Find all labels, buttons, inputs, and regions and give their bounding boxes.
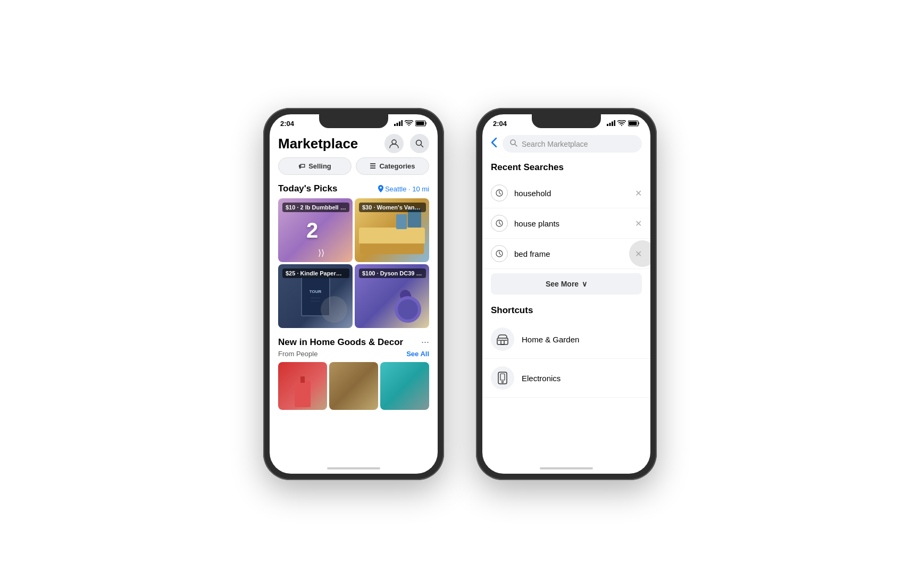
marketplace-tabs: 🏷 Selling ☰ Categories: [270, 157, 438, 181]
phone-marketplace: 2:04: [263, 108, 444, 480]
product-grid: 2 ⟩⟩ $10 · 2 lb Dumbbell W... $30 · Wome…: [270, 198, 438, 328]
notch-2: [532, 114, 601, 128]
recent-text-0: household: [514, 189, 629, 198]
product-label-2: $25 · Kindle Paperwhi...: [282, 268, 349, 278]
clock-icon-0: [491, 184, 508, 201]
screen-1: Marketplace: [270, 130, 438, 470]
notch: [319, 114, 388, 128]
marketplace-title: Marketplace: [278, 136, 358, 152]
time-2: 2:04: [493, 120, 507, 128]
chevron-down-icon: ∨: [582, 280, 587, 288]
svg-rect-20: [497, 338, 508, 345]
product-card-0[interactable]: 2 ⟩⟩ $10 · 2 lb Dumbbell W...: [278, 198, 353, 262]
shortcuts-title: Shortcuts: [482, 299, 650, 320]
product-card-1[interactable]: $30 · Women's Vans S...: [355, 198, 429, 262]
hg-card-2[interactable]: [380, 362, 429, 410]
product-card-3[interactable]: $100 · Dyson DC39 Ca...: [355, 264, 429, 328]
battery-icon: [415, 120, 427, 128]
svg-point-6: [392, 140, 396, 144]
recent-item-1[interactable]: house plants ✕: [482, 208, 650, 239]
svg-point-23: [502, 381, 504, 383]
svg-rect-14: [629, 121, 637, 125]
svg-rect-9: [607, 124, 608, 126]
recent-item-0[interactable]: household ✕: [482, 178, 650, 208]
clock-icon-2: [491, 245, 508, 262]
home-goods-title: New in Home Goods & Decor: [278, 337, 403, 348]
signal-icon: [394, 120, 403, 127]
time-1: 2:04: [280, 120, 294, 128]
recent-searches-title: Recent Searches: [482, 158, 650, 178]
recent-text-2: bed frame: [514, 249, 629, 258]
shortcut-home-garden[interactable]: Home & Garden: [482, 320, 650, 359]
product-label-0: $10 · 2 lb Dumbbell W...: [282, 203, 349, 212]
see-more-button[interactable]: See More ∨: [491, 273, 642, 295]
todays-picks-header: Today's Picks Seattle · 10 mi: [270, 181, 438, 198]
marketplace-header: Marketplace: [270, 130, 438, 157]
svg-rect-21: [501, 340, 504, 345]
svg-rect-1: [397, 123, 398, 126]
home-indicator-2: [540, 467, 593, 469]
product-label-3: $100 · Dyson DC39 Ca...: [359, 268, 426, 278]
back-button[interactable]: [491, 137, 497, 150]
svg-rect-2: [399, 122, 400, 127]
wifi-icon: [405, 120, 413, 128]
status-icons-2: [607, 120, 640, 128]
see-all-link[interactable]: See All: [406, 350, 429, 358]
search-icon-inner: [510, 139, 517, 148]
home-goods-header: New in Home Goods & Decor ···: [270, 328, 438, 350]
shortcut-label-1: Electronics: [522, 374, 561, 383]
svg-rect-24: [500, 374, 505, 380]
location-label: Seattle · 10 mi: [378, 185, 429, 193]
from-people-label: From People: [278, 350, 317, 358]
close-icon-2[interactable]: ✕: [635, 249, 642, 259]
svg-line-8: [421, 145, 423, 147]
svg-rect-11: [612, 122, 613, 127]
home-goods-row: [270, 362, 438, 410]
profile-button[interactable]: [384, 134, 404, 153]
categories-icon: ☰: [370, 162, 376, 170]
search-input-bar[interactable]: Search Marketplace: [503, 135, 642, 153]
tab-categories-label: Categories: [379, 162, 415, 170]
svg-rect-3: [402, 120, 403, 126]
home-indicator-1: [327, 467, 380, 469]
search-placeholder: Search Marketplace: [522, 140, 588, 148]
from-people-row: From People See All: [270, 350, 438, 362]
shortcut-label-0: Home & Garden: [522, 335, 579, 344]
hg-card-1[interactable]: [329, 362, 378, 410]
close-icon-1[interactable]: ✕: [635, 219, 642, 229]
close-icon-0[interactable]: ✕: [635, 188, 642, 198]
status-icons-1: [394, 120, 427, 128]
signal-icon-2: [607, 120, 615, 127]
search-header: Search Marketplace: [482, 130, 650, 158]
more-options-icon[interactable]: ···: [421, 337, 429, 348]
home-garden-icon-box: [491, 327, 514, 351]
tab-selling[interactable]: 🏷 Selling: [278, 157, 352, 175]
svg-rect-0: [394, 124, 396, 126]
svg-line-16: [515, 144, 517, 146]
electronics-icon-box: [491, 366, 514, 390]
battery-icon-2: [628, 120, 640, 128]
shortcut-electronics[interactable]: Electronics: [482, 359, 650, 398]
svg-rect-5: [416, 121, 424, 125]
product-label-1: $30 · Women's Vans S...: [359, 203, 426, 212]
clock-icon-1: [491, 215, 508, 232]
hg-card-0[interactable]: [278, 362, 327, 410]
product-card-2[interactable]: TOUR ············ ············ $25 · Kin…: [278, 264, 353, 328]
tab-categories[interactable]: ☰ Categories: [356, 157, 429, 175]
wifi-icon-2: [617, 120, 626, 128]
selling-icon: 🏷: [298, 162, 305, 170]
section-title-picks: Today's Picks: [278, 183, 337, 194]
svg-rect-10: [609, 123, 611, 126]
tab-selling-label: Selling: [308, 162, 331, 170]
see-more-label: See More: [546, 280, 579, 288]
recent-item-2[interactable]: bed frame ✕: [482, 239, 650, 269]
header-icons: [384, 134, 429, 153]
recent-text-1: house plants: [514, 219, 629, 228]
phone-search: 2:04: [476, 108, 657, 480]
search-button[interactable]: [410, 134, 429, 153]
svg-rect-12: [614, 120, 616, 126]
screen-2: Search Marketplace Recent Searches house…: [482, 130, 650, 470]
